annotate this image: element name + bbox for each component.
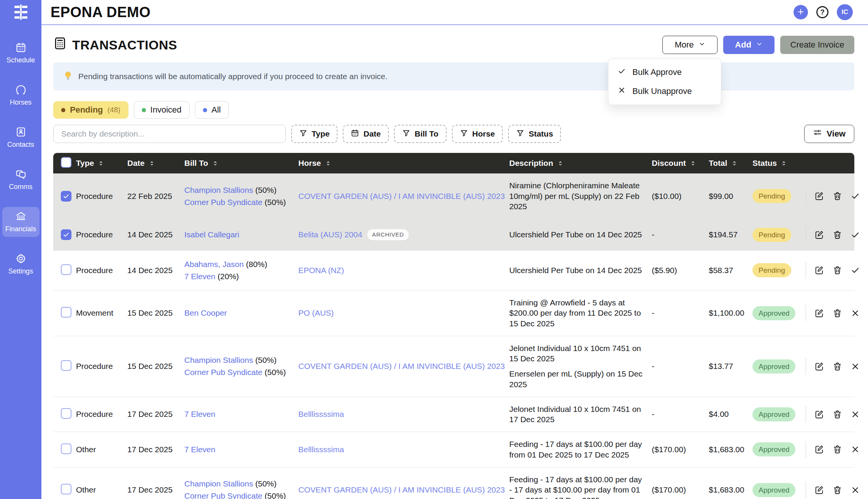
add-button[interactable]: Add xyxy=(723,36,775,54)
bill-to-link[interactable]: 7 Eleven xyxy=(184,445,215,454)
tab-all[interactable]: All xyxy=(195,101,229,119)
bill-to-line: Isabel Callegari xyxy=(184,229,291,240)
filter-button-bill-to[interactable]: Bill To xyxy=(394,125,447,143)
bill-to-link[interactable]: Champion Stallions xyxy=(184,356,253,364)
column-header-total[interactable]: Total xyxy=(709,159,752,168)
unapprove-transaction-button[interactable] xyxy=(851,485,860,495)
unapprove-transaction-button[interactable] xyxy=(851,308,860,318)
edit-transaction-button[interactable] xyxy=(814,409,824,420)
unapprove-transaction-button[interactable] xyxy=(851,362,860,371)
row-checkbox[interactable] xyxy=(61,229,71,240)
horse-link[interactable]: COVENT GARDEN (AUS) / I AM INVINCIBLE (A… xyxy=(298,362,505,370)
row-checkbox-cell xyxy=(53,408,76,420)
approve-transaction-button[interactable] xyxy=(851,230,860,240)
tab-pending[interactable]: Pending(48) xyxy=(53,101,128,119)
row-checkbox-cell xyxy=(53,307,76,319)
unapprove-transaction-button[interactable] xyxy=(851,445,860,454)
bill-to-link[interactable]: Corner Pub Syndicate xyxy=(184,198,262,207)
bill-to-link[interactable]: Champion Stallions xyxy=(184,186,253,194)
bill-to-link[interactable]: 7 Eleven xyxy=(184,410,215,418)
horse-link[interactable]: COVENT GARDEN (AUS) / I AM INVINCIBLE (A… xyxy=(298,192,505,200)
edit-transaction-button[interactable] xyxy=(814,265,824,275)
bill-to-link[interactable]: 7 Eleven xyxy=(184,272,215,281)
horse-link[interactable]: Belllissssima xyxy=(298,445,344,454)
sidebar-item-contacts[interactable]: Contacts xyxy=(2,122,40,153)
row-actions xyxy=(806,358,854,375)
type-cell: Procedure xyxy=(76,265,127,276)
filter-button-horse[interactable]: Horse xyxy=(452,125,503,143)
row-checkbox[interactable] xyxy=(61,307,71,318)
status-badge: Approved xyxy=(752,306,795,320)
filter-button-type[interactable]: Type xyxy=(291,125,337,143)
column-header-bill-to[interactable]: Bill To xyxy=(184,159,298,168)
menu-item-bulk-approve[interactable]: Bulk Approve xyxy=(608,63,721,82)
horse-link[interactable]: Belita (AUS) 2004 xyxy=(298,230,362,239)
more-button[interactable]: More xyxy=(662,36,718,54)
delete-transaction-button[interactable] xyxy=(832,265,843,275)
column-header-horse[interactable]: Horse xyxy=(298,159,509,168)
filter-button-status[interactable]: Status xyxy=(508,125,561,143)
edit-transaction-button[interactable] xyxy=(814,485,824,495)
column-header-date[interactable]: Date xyxy=(127,159,184,168)
horse-link[interactable]: EPONA (NZ) xyxy=(298,266,344,275)
horse-link[interactable]: PO (AUS) xyxy=(298,308,334,317)
type-cell: Procedure xyxy=(76,409,127,420)
row-checkbox[interactable] xyxy=(61,191,71,202)
filter-button-date[interactable]: Date xyxy=(343,125,389,143)
edit-transaction-button[interactable] xyxy=(814,444,824,455)
search-input[interactable] xyxy=(53,125,286,143)
row-checkbox[interactable] xyxy=(61,360,71,371)
menu-item-bulk-unapprove[interactable]: Bulk Unapprove xyxy=(608,82,721,101)
bill-to-cell: Champion Stallions (50%)Corner Pub Syndi… xyxy=(184,477,298,499)
approve-transaction-button[interactable] xyxy=(851,191,860,201)
column-header-discount[interactable]: Discount xyxy=(652,159,709,168)
delete-transaction-button[interactable] xyxy=(832,485,843,495)
delete-transaction-button[interactable] xyxy=(832,444,843,455)
edit-transaction-button[interactable] xyxy=(814,361,824,372)
sidebar-item-settings[interactable]: Settings xyxy=(2,249,40,279)
delete-transaction-button[interactable] xyxy=(832,191,843,201)
sidebar-item-financials[interactable]: Financials xyxy=(2,207,40,237)
bill-to-link[interactable]: Abahams, Jason xyxy=(184,260,244,269)
delete-transaction-button[interactable] xyxy=(832,230,843,240)
total-cell: $1,683.00 xyxy=(709,444,752,455)
status-badge: Pending xyxy=(752,228,791,242)
view-button[interactable]: View xyxy=(804,125,854,143)
status-cell: Approved xyxy=(752,359,806,373)
column-header-status[interactable]: Status xyxy=(752,159,806,168)
bill-to-link[interactable]: Isabel Callegari xyxy=(184,230,239,239)
epona-logo-icon[interactable] xyxy=(13,5,29,21)
create-invoice-button[interactable]: Create Invoice xyxy=(780,36,854,54)
edit-transaction-button[interactable] xyxy=(814,191,824,201)
column-header-type[interactable]: Type xyxy=(76,159,127,168)
unapprove-transaction-button[interactable] xyxy=(851,410,860,419)
select-all-checkbox[interactable] xyxy=(61,157,71,168)
approve-transaction-button[interactable] xyxy=(851,265,860,275)
sidebar-item-schedule[interactable]: Schedule xyxy=(2,38,40,68)
column-header-description[interactable]: Description xyxy=(509,159,652,168)
horse-link[interactable]: Belllissssima xyxy=(298,410,344,418)
delete-transaction-button[interactable] xyxy=(832,361,843,372)
row-checkbox[interactable] xyxy=(61,408,71,419)
bill-to-link[interactable]: Corner Pub Syndicate xyxy=(184,368,262,377)
bill-to-link[interactable]: Champion Stallions xyxy=(184,479,253,488)
sidebar-item-comms[interactable]: Comms xyxy=(2,165,40,195)
delete-transaction-button[interactable] xyxy=(832,308,843,318)
row-checkbox[interactable] xyxy=(61,484,71,494)
help-button[interactable]: ? xyxy=(816,6,828,18)
avatar[interactable]: IC xyxy=(837,4,853,20)
horse-link[interactable]: COVENT GARDEN (AUS) / I AM INVINCIBLE (A… xyxy=(298,485,505,494)
filter-label: Type xyxy=(312,129,329,138)
edit-transaction-button[interactable] xyxy=(814,308,824,318)
row-checkbox[interactable] xyxy=(61,264,71,275)
sidebar-item-horses[interactable]: Horses xyxy=(2,80,40,110)
status-badge: Pending xyxy=(752,189,791,203)
status-tabs: Pending(48)InvoicedAll xyxy=(53,101,854,119)
row-checkbox[interactable] xyxy=(61,443,71,454)
edit-transaction-button[interactable] xyxy=(814,230,824,240)
bill-to-link[interactable]: Corner Pub Syndicate xyxy=(184,491,262,499)
bill-to-link[interactable]: Ben Cooper xyxy=(184,308,227,317)
quick-add-button[interactable] xyxy=(794,5,808,19)
tab-invoiced[interactable]: Invoiced xyxy=(134,101,190,119)
delete-transaction-button[interactable] xyxy=(832,409,843,420)
